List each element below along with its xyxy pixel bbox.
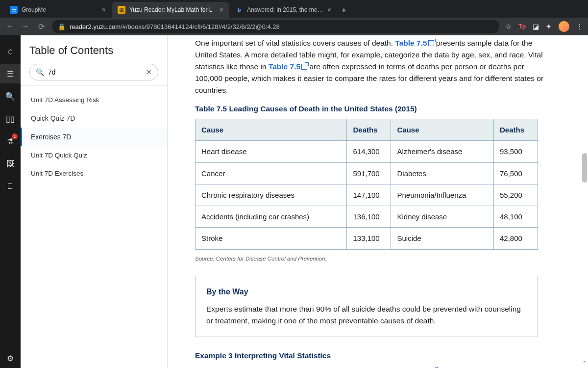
tab-title: GroupMe <box>22 6 98 13</box>
toc-item-assessing-risk[interactable]: Unit 7D Assessing Risk <box>21 91 167 109</box>
col-cause-2: Cause <box>391 119 494 141</box>
col-cause: Cause <box>196 119 347 141</box>
toc-item-unit-exercises[interactable]: Unit 7D Exercises <box>21 164 167 183</box>
cell-cause: Alzheimer's disease <box>391 141 494 162</box>
reader-content[interactable]: ⌃ One important set of vital statistics … <box>168 35 588 368</box>
cell-cause: Pneumonia/Influenza <box>391 184 494 206</box>
cell-deaths: 76,500 <box>494 162 538 184</box>
toc-list: Unit 7D Assessing Risk Quick Quiz 7D Exe… <box>21 88 167 185</box>
back-icon[interactable]: ← <box>5 22 15 31</box>
example-body: Assume an approximate U.S. population of… <box>195 366 553 368</box>
search-icon: 🔍 <box>36 68 44 76</box>
menu-icon[interactable]: ⋮ <box>576 23 583 30</box>
reload-icon[interactable]: ⟳ <box>36 22 46 31</box>
clear-icon[interactable]: ✕ <box>146 68 152 76</box>
url-input[interactable]: 🔒 reader2.yuzu.com/#/books/9780136414124… <box>52 20 499 33</box>
lock-icon: 🔒 <box>58 23 66 30</box>
table-link-1[interactable]: Table 7.5 <box>395 39 427 47</box>
tp-extension-icon[interactable]: Tp <box>518 23 526 30</box>
favicon-bartleby: b <box>235 6 243 14</box>
divider <box>21 85 167 86</box>
table-link-2[interactable]: Table 7.5 <box>269 62 300 71</box>
profile-avatar[interactable] <box>559 21 569 32</box>
col-deaths-2: Deaths <box>494 119 538 141</box>
puzzle-icon[interactable]: ✦ <box>546 23 552 30</box>
table-header-row: Cause Deaths Cause Deaths <box>196 119 538 141</box>
cell-deaths: 42,800 <box>494 228 538 249</box>
favicon-groupme: ▭ <box>10 6 18 14</box>
causes-of-death-table: Cause Deaths Cause Deaths Heart disease6… <box>195 119 538 250</box>
cell-cause: Suicide <box>391 228 494 249</box>
by-the-way-callout: By the Way Experts estimate that more th… <box>195 276 538 337</box>
table-title: Table 7.5 Leading Causes of Death in the… <box>195 103 553 115</box>
cell-deaths: 133,100 <box>347 228 391 249</box>
cell-cause: Stroke <box>196 228 347 249</box>
cell-deaths: 136,100 <box>347 206 391 228</box>
cell-cause: Accidents (including car crashes) <box>196 206 347 228</box>
scroll-up-icon[interactable]: ⌃ <box>581 360 587 366</box>
sidebar-title: Table of Contents <box>21 35 167 64</box>
forward-icon[interactable]: → <box>21 22 30 31</box>
tab-title: Answered: In 2015, the median <box>247 6 323 13</box>
close-icon[interactable]: × <box>220 6 223 14</box>
table-source: Source: Centers for Disease Control and … <box>195 255 553 263</box>
rail-image-icon[interactable]: 🖼 <box>0 154 21 174</box>
rail-toc-icon[interactable]: ☰ <box>0 64 21 83</box>
toc-sidebar: Table of Contents 🔍 ✕ Unit 7D Assessing … <box>21 35 168 368</box>
popout-icon[interactable] <box>301 64 307 70</box>
browser-tab-answered[interactable]: b Answered: In 2015, the median × <box>229 2 337 18</box>
cell-cause: Kidney disease <box>391 206 494 228</box>
browser-tab-strip: ▭ GroupMe × ▦ Yuzu Reader: MyLab Math fo… <box>0 0 588 18</box>
toolbar-right: ☆ Tp ◪ ✦ ⋮ <box>505 21 583 32</box>
rail-labs-icon[interactable]: ⚗1 <box>0 131 21 151</box>
cell-cause: Heart disease <box>196 141 347 162</box>
rail-flashcards-icon[interactable]: ▯▯ <box>0 109 21 129</box>
table-row: Cancer591,700Diabetes76,500 <box>196 162 538 184</box>
toc-item-exercises-7d[interactable]: Exercises 7D <box>21 128 167 146</box>
tab-title: Yuzu Reader: MyLab Math for L <box>129 6 216 13</box>
url-host: reader2.yuzu.com <box>70 23 121 30</box>
browser-address-bar: ← → ⟳ 🔒 reader2.yuzu.com/#/books/9780136… <box>0 18 588 35</box>
cell-deaths: 93,500 <box>494 141 538 162</box>
toc-search-box[interactable]: 🔍 ✕ <box>29 64 158 80</box>
cell-cause: Diabetes <box>391 162 494 184</box>
cell-deaths: 55,200 <box>494 184 538 206</box>
table-row: Chronic respiratory diseases147,100Pneum… <box>196 184 538 206</box>
close-icon[interactable]: × <box>327 6 331 14</box>
callout-title: By the Way <box>206 286 527 298</box>
close-icon[interactable]: × <box>102 6 106 14</box>
rail-home-icon[interactable]: ⌂ <box>0 41 21 61</box>
star-icon[interactable]: ☆ <box>505 23 512 30</box>
extension-icon[interactable]: ◪ <box>533 23 539 30</box>
left-rail: ⌂ ☰ 🔍 ▯▯ ⚗1 🖼 🗒 ⚙ <box>0 35 21 368</box>
toc-item-unit-quick-quiz[interactable]: Unit 7D Quick Quiz <box>21 146 167 164</box>
browser-tab-groupme[interactable]: ▭ GroupMe × <box>4 2 112 18</box>
browser-tab-yuzu[interactable]: ▦ Yuzu Reader: MyLab Math for L × <box>112 2 229 18</box>
toc-item-quick-quiz-7d[interactable]: Quick Quiz 7D <box>21 109 167 128</box>
table-row: Accidents (including car crashes)136,100… <box>196 206 538 228</box>
cell-deaths: 147,100 <box>347 184 391 206</box>
cell-cause: Cancer <box>196 162 347 184</box>
popout-icon[interactable] <box>428 40 434 46</box>
url-path: /#/books/9780136414124/cfi/6/128!/4/2/32… <box>121 23 280 30</box>
favicon-yuzu: ▦ <box>118 6 125 14</box>
col-deaths: Deaths <box>347 119 391 141</box>
rail-notes-icon[interactable]: 🗒 <box>0 177 21 196</box>
scrollbar-thumb[interactable] <box>582 153 587 183</box>
cell-deaths: 614,300 <box>347 141 391 162</box>
rail-settings-icon[interactable]: ⚙ <box>0 348 21 368</box>
table-row: Stroke133,100Suicide42,800 <box>196 228 538 249</box>
text: One important set of vital statistics co… <box>195 39 395 47</box>
cell-deaths: 48,100 <box>494 206 538 228</box>
rail-badge: 1 <box>12 133 18 139</box>
toc-search-input[interactable] <box>48 68 142 76</box>
callout-body: Experts estimate that more than 90% of a… <box>206 303 527 327</box>
table-row: Heart disease614,300Alzheimer's disease9… <box>196 141 538 162</box>
rail-search-icon[interactable]: 🔍 <box>0 86 21 106</box>
page-body: One important set of vital statistics co… <box>168 35 588 368</box>
new-tab-button[interactable]: + <box>337 6 351 18</box>
example-title: Example 3 Interpreting Vital Statistics <box>195 350 553 362</box>
cell-cause: Chronic respiratory diseases <box>196 184 347 206</box>
intro-paragraph: One important set of vital statistics co… <box>195 37 553 96</box>
cell-deaths: 591,700 <box>347 162 391 184</box>
